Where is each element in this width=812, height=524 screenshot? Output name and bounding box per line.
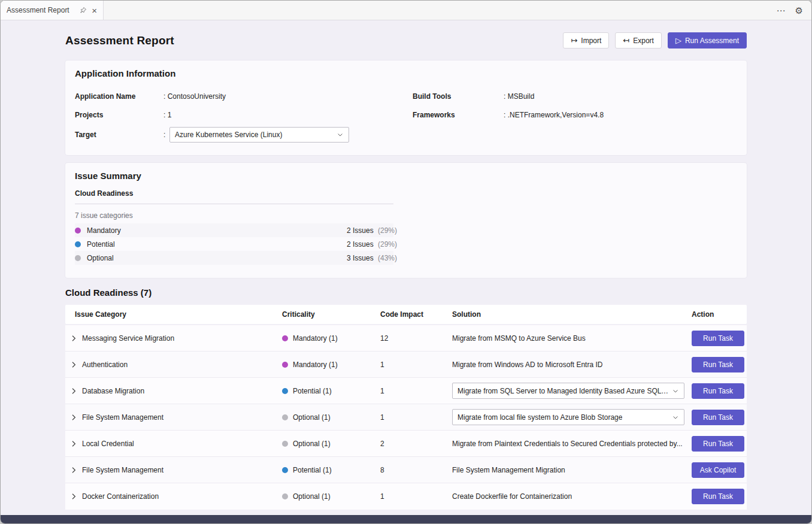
chevron-right-icon[interactable] xyxy=(69,334,78,343)
cloud-readiness-section-title: Cloud Readiness (7) xyxy=(65,287,747,298)
import-button-label: Import xyxy=(581,37,601,45)
legend-row-potential: Potential 2 Issues (29%) xyxy=(75,237,393,251)
bottom-panel xyxy=(1,515,811,523)
criticality-dot xyxy=(282,467,288,473)
target-field: Target : Azure Kubernetes Service (Linux… xyxy=(75,124,413,146)
solution-cell: Migrate from Plaintext Credentials to Se… xyxy=(452,440,683,448)
export-button-label: Export xyxy=(633,37,654,45)
action-button[interactable]: Run Task xyxy=(692,331,744,346)
target-label: Target xyxy=(75,131,163,139)
issues-table-body: Messaging Service Migration Mandatory (1… xyxy=(65,325,747,510)
optional-dot xyxy=(75,255,81,261)
frameworks-field: Frameworks : .NETFramework,Version=v4.8 xyxy=(413,105,737,124)
header-action: Action xyxy=(692,310,747,319)
table-row: Authentication Mandatory (1) 1 Migrate f… xyxy=(65,352,747,378)
code-impact-value: 2 xyxy=(380,440,452,448)
issue-category-label: Messaging Service Migration xyxy=(82,334,174,343)
solution-label: Migrate from SQL Server to Managed Ident… xyxy=(457,387,668,395)
criticality-label: Mandatory (1) xyxy=(293,334,338,343)
projects-value: : 1 xyxy=(163,111,171,119)
export-button[interactable]: ↤ Export xyxy=(615,32,662,49)
chevron-right-icon[interactable] xyxy=(69,439,78,449)
header-code-impact: Code Impact xyxy=(380,310,452,319)
action-button[interactable]: Run Task xyxy=(692,357,744,372)
solution-cell[interactable]: Migrate from local file system to Azure … xyxy=(452,409,684,425)
issues-table-header: Issue Category Criticality Code Impact S… xyxy=(65,305,747,324)
gear-icon[interactable]: ⚙ xyxy=(795,6,803,15)
editor-tab-bar: Assessment Report × ⋯ ⚙ xyxy=(1,1,811,20)
legend-name: Optional xyxy=(87,254,347,262)
issue-categories-count: 7 issue categories xyxy=(75,211,737,220)
issue-category-label: Authentication xyxy=(82,361,128,369)
table-row: Local Credential Optional (1) 2 Migrate … xyxy=(65,431,747,457)
issue-category-label: Docker Containerization xyxy=(82,492,159,501)
projects-field: Projects : 1 xyxy=(75,105,413,124)
table-row: File System Management Potential (1) 8 F… xyxy=(65,457,747,483)
chevron-right-icon[interactable] xyxy=(69,413,78,422)
issue-category-label: File System Management xyxy=(82,413,163,422)
action-button[interactable]: Ask Copilot xyxy=(692,462,744,478)
legend-count: 3 Issues xyxy=(347,254,378,262)
legend-count: 2 Issues xyxy=(347,240,378,249)
chevron-down-icon xyxy=(672,387,679,395)
run-assessment-button[interactable]: ▷ Run Assessment xyxy=(668,32,747,49)
issue-summary-title: Issue Summary xyxy=(75,171,737,181)
table-row: File System Management Optional (1) 1 Mi… xyxy=(65,404,747,431)
tabbar-actions: ⋯ ⚙ xyxy=(777,1,811,20)
chevron-down-icon xyxy=(337,131,344,138)
solution-label: File System Management Migration xyxy=(452,466,565,474)
criticality-dot xyxy=(282,493,288,499)
action-button[interactable]: Run Task xyxy=(692,436,744,452)
issue-category-label: Database Migration xyxy=(82,387,144,395)
more-actions-icon[interactable]: ⋯ xyxy=(777,6,786,15)
legend-count: 2 Issues xyxy=(347,226,378,235)
action-button[interactable]: Run Task xyxy=(692,489,744,504)
solution-cell: Migrate from MSMQ to Azure Service Bus xyxy=(452,334,586,343)
legend-name: Mandatory xyxy=(87,226,347,235)
chevron-right-icon[interactable] xyxy=(69,360,78,369)
frameworks-value: : .NETFramework,Version=v4.8 xyxy=(504,111,604,119)
legend-pct: (29%) xyxy=(378,226,397,235)
frameworks-label: Frameworks xyxy=(413,111,504,119)
legend-row-optional: Optional 3 Issues (43%) xyxy=(75,251,393,265)
criticality-label: Potential (1) xyxy=(293,387,332,395)
action-button[interactable]: Run Task xyxy=(692,383,744,399)
run-assessment-label: Run Assessment xyxy=(685,37,739,45)
build-tools-field: Build Tools : MSBuild xyxy=(413,87,737,105)
chevron-right-icon[interactable] xyxy=(69,386,78,396)
close-icon[interactable]: × xyxy=(92,5,97,16)
solution-label: Migrate from MSMQ to Azure Service Bus xyxy=(452,334,586,343)
legend-pct: (43%) xyxy=(378,254,397,262)
build-tools-label: Build Tools xyxy=(413,92,504,101)
criticality-dot xyxy=(282,335,288,341)
criticality-label: Optional (1) xyxy=(293,440,331,448)
application-name-label: Application Name xyxy=(75,92,163,101)
target-colon: : xyxy=(163,131,169,139)
chevron-right-icon[interactable] xyxy=(69,492,78,501)
page-title: Assessment Report xyxy=(65,34,174,47)
issue-legend: Mandatory 2 Issues (29%) Potential 2 Iss… xyxy=(75,223,393,265)
header-criticality: Criticality xyxy=(282,310,380,319)
issue-category-label: Local Credential xyxy=(82,440,134,448)
tab-assessment-report[interactable]: Assessment Report × xyxy=(1,1,104,20)
mandatory-dot xyxy=(75,228,81,234)
application-information-title: Application Information xyxy=(75,68,737,78)
criticality-dot xyxy=(282,388,288,394)
legend-name: Potential xyxy=(87,240,347,249)
import-button[interactable]: ↦ Import xyxy=(563,32,609,49)
solution-cell[interactable]: Migrate from SQL Server to Managed Ident… xyxy=(452,383,684,399)
criticality-label: Optional (1) xyxy=(293,492,331,501)
app-info-right-column: Build Tools : MSBuild Frameworks : .NETF… xyxy=(413,87,737,146)
code-impact-value: 8 xyxy=(380,466,452,474)
solution-label: Migrate from Plaintext Credentials to Se… xyxy=(452,440,683,448)
criticality-dot xyxy=(282,362,288,368)
export-icon: ↤ xyxy=(623,37,629,44)
action-button[interactable]: Run Task xyxy=(692,410,744,425)
solution-cell: Migrate from Windows AD to Microsoft Ent… xyxy=(452,361,602,369)
target-select[interactable]: Azure Kubernetes Service (Linux) xyxy=(169,127,349,143)
table-row: Messaging Service Migration Mandatory (1… xyxy=(65,325,747,352)
pin-icon[interactable] xyxy=(80,7,87,14)
target-select-value: Azure Kubernetes Service (Linux) xyxy=(175,131,282,139)
chevron-right-icon[interactable] xyxy=(69,465,78,475)
legend-pct: (29%) xyxy=(378,240,397,249)
